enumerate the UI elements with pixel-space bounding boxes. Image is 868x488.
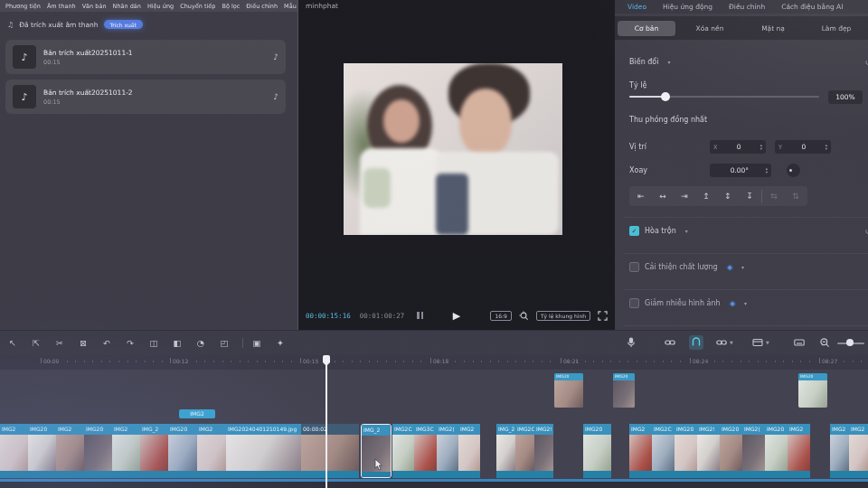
timeline-clip[interactable]: IMG20	[583, 424, 611, 478]
position-y-stepper[interactable]: ▴▾	[826, 144, 827, 150]
position-x-stepper[interactable]: ▴▾	[760, 144, 762, 150]
auto-link-dropdown[interactable]	[714, 335, 729, 350]
timeline-clip[interactable]: IMG2	[56, 424, 84, 478]
timeline-clip[interactable]: 00:00:02	[301, 424, 359, 478]
snapping-toggle[interactable]	[689, 335, 703, 350]
scale-value[interactable]: 100%	[828, 90, 863, 104]
timeline-clip[interactable]: IMG2(	[437, 424, 458, 478]
menubar-item-8[interactable]: Mẫu	[284, 3, 297, 10]
subtab-0[interactable]: Cơ bản	[618, 21, 675, 36]
menubar-item-2[interactable]: Văn bản	[82, 3, 107, 10]
timeline-clip[interactable]: IMG20	[28, 424, 56, 478]
extracted-audio-item[interactable]: ♪Bản trích xuất20251011-100:15♪	[5, 40, 286, 74]
menubar-item-1[interactable]: Âm thanh	[47, 3, 76, 10]
freeze-frame-button[interactable]: ▣	[250, 335, 264, 350]
timeline-clip[interactable]: IMG20	[765, 424, 788, 478]
tab-điều-chỉnh[interactable]: Điều chỉnh	[729, 3, 765, 11]
timeline-clip[interactable]: IMG2	[458, 424, 480, 478]
overlay-clip[interactable]: IMG20	[613, 373, 635, 408]
overlay-clip[interactable]: IMG20	[554, 373, 583, 408]
timeline-clip[interactable]: IMG2C	[392, 424, 414, 478]
timeline-clip[interactable]: IMG_2	[140, 424, 168, 478]
timeline-clip[interactable]: IMG20	[720, 424, 742, 478]
align-center-horizontal-button[interactable]: ↔	[652, 187, 674, 205]
rotate-button[interactable]: ◔	[193, 335, 208, 350]
subtab-1[interactable]: Xóa nền	[681, 21, 739, 36]
play-button[interactable]: ▶	[453, 310, 460, 322]
subtab-3[interactable]: Làm đẹp	[807, 21, 865, 36]
overlay-clip[interactable]: IMG20	[798, 373, 827, 408]
align-right-button[interactable]: ⇥	[674, 187, 695, 205]
timeline-clip[interactable]: IMG2	[830, 424, 849, 478]
timeline-ruler[interactable]: 00:0900:1200:1500:1800:2100:2400:27	[0, 355, 868, 370]
tab-hiệu-ứng-động[interactable]: Hiệu ứng động	[663, 3, 712, 11]
denoise-checkbox[interactable]: ✓	[629, 298, 639, 308]
link-clips-button[interactable]	[663, 335, 677, 350]
undo-button[interactable]: ↶	[99, 335, 114, 350]
timeline-clip[interactable]: IMG2	[197, 424, 226, 478]
shortcut-keys-button[interactable]	[792, 335, 807, 350]
redo-button[interactable]: ↷	[123, 335, 137, 350]
reset-blend-icon[interactable]: ↺	[864, 227, 868, 236]
preview-zoom-icon[interactable]	[519, 311, 529, 321]
position-y-field[interactable]: Y 0 ▴▾	[775, 140, 831, 154]
enhance-checkbox[interactable]: ✓	[629, 262, 639, 272]
extract-badge[interactable]: Trích xuất	[104, 20, 143, 29]
align-top-button[interactable]: ↥	[695, 187, 717, 205]
subtab-2[interactable]: Mặt nạ	[744, 21, 802, 36]
zoom-out-button[interactable]	[817, 335, 832, 350]
timeline-clip[interactable]: IMG3C	[414, 424, 437, 478]
timeline-clip[interactable]: IMG2!	[697, 424, 720, 478]
timeline-clip[interactable]: IMG2C	[515, 424, 534, 478]
enhance-dropdown-icon[interactable]: ▾	[741, 264, 744, 270]
align-bottom-button[interactable]: ↧	[739, 187, 760, 205]
fullscreen-icon[interactable]	[598, 311, 608, 321]
timeline-zoom-handle[interactable]	[846, 339, 854, 346]
delete-button[interactable]: ⊠	[76, 335, 90, 350]
position-x-field[interactable]: X 0 ▴▾	[710, 140, 766, 154]
timeline-clip[interactable]: IMG2	[849, 424, 868, 478]
timeline-clip[interactable]: IMG20	[168, 424, 197, 478]
crop-button[interactable]: ◰	[217, 335, 231, 350]
align-center-vertical-button[interactable]: ↕	[717, 187, 739, 205]
rotate-stepper[interactable]: ▴▾	[766, 167, 768, 174]
menubar-item-3[interactable]: Nhãn dán	[113, 3, 141, 10]
timeline-clip[interactable]: IMG2	[112, 424, 140, 478]
select-tool[interactable]: ↖	[5, 335, 20, 350]
tab-video[interactable]: Video	[627, 3, 646, 11]
timeline-clip[interactable]: IMG20	[84, 424, 112, 478]
marker-button[interactable]: ✦	[273, 335, 288, 350]
blend-dropdown-icon[interactable]: ▾	[685, 228, 688, 234]
pause-icon[interactable]	[417, 312, 423, 319]
record-voiceover-button[interactable]	[624, 335, 638, 350]
preview-axis-dropdown[interactable]	[750, 335, 765, 350]
menubar-item-5[interactable]: Chuyển tiếp	[180, 3, 215, 10]
timeline-clip[interactable]: IMG2(	[742, 424, 765, 478]
menubar-item-0[interactable]: Phương tiện	[5, 3, 41, 10]
blade-tool[interactable]: ✂	[52, 335, 67, 350]
timeline-clip[interactable]: IMG2	[629, 424, 652, 478]
timeline-clip[interactable]: IMG_2	[496, 424, 515, 478]
menubar-item-7[interactable]: Điều chỉnh	[246, 3, 278, 10]
rotate-field[interactable]: 0.00° ▴▾	[710, 164, 771, 177]
denoise-dropdown-icon[interactable]: ▾	[744, 300, 747, 306]
align-left-button[interactable]: ⇤	[630, 187, 652, 205]
playhead-line[interactable]	[326, 355, 327, 488]
sticker-clip[interactable]: IMG2	[179, 409, 215, 418]
scale-slider-handle[interactable]	[661, 92, 670, 101]
collapse-icon[interactable]: ▾	[667, 59, 670, 65]
split-button[interactable]: ◫	[146, 335, 161, 350]
timeline-clip[interactable]: IMG_2	[361, 424, 392, 478]
aspect-ratio-button[interactable]: Tỷ lệ khung hình	[536, 311, 590, 321]
extracted-audio-item[interactable]: ♪Bản trích xuất20251011-200:15♪	[5, 80, 286, 114]
dropdown-caret-icon[interactable]: ▼	[766, 340, 769, 345]
reset-transform-icon[interactable]: ↺	[864, 58, 868, 67]
preview-viewport[interactable]	[344, 63, 562, 235]
blend-checkbox[interactable]: ✓	[629, 226, 639, 236]
timeline-clip[interactable]: IMG20240401210149.jpg	[226, 424, 301, 478]
rotate-dial[interactable]	[787, 164, 800, 177]
mirror-button[interactable]: ◧	[170, 335, 184, 350]
menubar-item-6[interactable]: Bộ lọc	[222, 3, 240, 10]
timeline-clip[interactable]: IMG2	[788, 424, 810, 478]
range-select-tool[interactable]: ⇱	[29, 335, 43, 350]
